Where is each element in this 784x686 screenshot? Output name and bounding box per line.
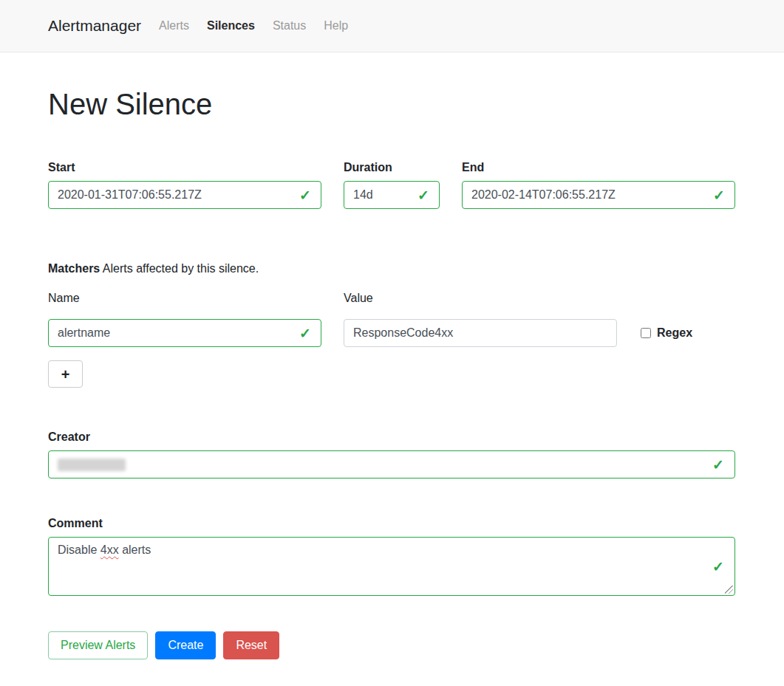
form-actions: Preview Alerts Create Reset [48,631,736,686]
comment-label: Comment [48,517,736,530]
nav-item-alerts[interactable]: Alerts [159,19,189,32]
brand-link[interactable]: Alertmanager [48,17,141,35]
matcher-row: ✓ Regex [48,319,736,347]
start-input[interactable] [48,181,321,209]
preview-alerts-button[interactable]: Preview Alerts [48,631,148,659]
matcher-name-label: Name [48,292,321,305]
end-input[interactable] [462,181,735,209]
time-fields-row: Start ✓ Duration ✓ End ✓ [48,161,736,209]
comment-text-prefix: Disable [58,543,100,556]
nav-item-status[interactable]: Status [273,19,306,32]
matcher-name-input[interactable] [48,319,321,347]
matcher-column-labels: Name Value [48,292,736,312]
start-label: Start [48,161,321,174]
textarea-resize-handle[interactable] [725,586,733,594]
nav-item-help[interactable]: Help [324,19,348,32]
duration-label: Duration [344,161,440,174]
matchers-heading-title: Matchers [48,262,100,275]
matcher-name-wrap: ✓ [48,319,321,347]
comment-valid-check-icon: ✓ [712,558,724,575]
creator-input[interactable]: ✓ [48,450,735,479]
matcher-value-wrap [344,319,617,347]
comment-text-suffix: alerts [119,543,151,556]
regex-checkbox[interactable] [641,328,651,338]
create-button[interactable]: Create [155,631,216,659]
duration-input-wrap: ✓ [344,181,440,209]
duration-field-group: Duration ✓ [344,161,440,209]
matcher-value-label: Value [344,292,617,305]
start-input-wrap: ✓ [48,181,321,209]
redacted-creator-value [58,459,126,471]
nav-item-silences[interactable]: Silences [207,19,255,32]
add-matcher-button[interactable]: + [48,360,83,388]
end-input-wrap: ✓ [462,181,735,209]
creator-section: Creator ✓ [48,431,736,479]
duration-input[interactable] [344,181,440,209]
comment-section: Comment Disable 4xx alerts ✓ [48,517,736,596]
navbar: Alertmanager Alerts Silences Status Help [0,0,784,52]
main-content: New Silence Start ✓ Duration ✓ End ✓ M [0,88,784,686]
end-label: End [462,161,735,174]
matchers-heading-subtitle: Alerts affected by this silence. [103,262,259,275]
matchers-heading: Matchers Alerts affected by this silence… [48,262,736,275]
regex-toggle-group: Regex [639,326,692,340]
comment-text-misspelled: 4xx [100,543,119,556]
nav-links: Alerts Silences Status Help [159,19,348,32]
page-title: New Silence [48,88,736,121]
start-field-group: Start ✓ [48,161,321,209]
creator-label: Creator [48,431,736,444]
matcher-value-input[interactable] [344,319,617,347]
comment-textarea[interactable]: Disable 4xx alerts ✓ [48,537,735,596]
creator-valid-check-icon: ✓ [712,456,724,473]
regex-label: Regex [657,326,692,340]
reset-button[interactable]: Reset [223,631,279,659]
end-field-group: End ✓ [462,161,735,209]
